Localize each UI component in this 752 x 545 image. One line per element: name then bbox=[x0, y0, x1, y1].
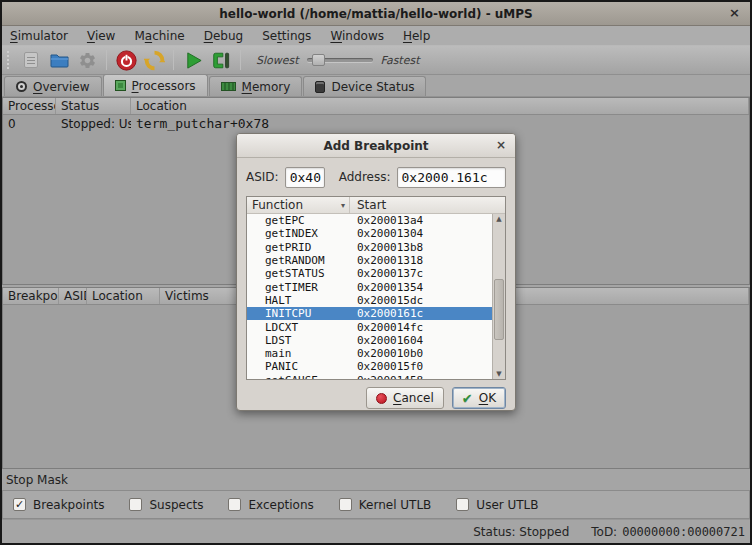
col-location[interactable]: Location bbox=[131, 98, 749, 114]
function-list-row[interactable]: HALT0x200015dc bbox=[247, 294, 492, 307]
function-name: getINDEX bbox=[247, 227, 350, 240]
tab-memory-label: Memory bbox=[242, 80, 291, 94]
tab-device-status[interactable]: Device Status bbox=[303, 76, 426, 96]
power-button[interactable] bbox=[114, 48, 138, 72]
function-list-row[interactable]: getEPC0x200013a4 bbox=[247, 214, 492, 227]
open-config-button[interactable] bbox=[47, 48, 71, 72]
toolbar-separator bbox=[106, 50, 107, 70]
menu-debug[interactable]: Debug bbox=[204, 29, 243, 43]
function-start-address: 0x2000161c bbox=[350, 307, 423, 320]
tab-overview[interactable]: Overview bbox=[4, 76, 102, 96]
checkbox-box bbox=[129, 498, 142, 511]
function-list-row[interactable]: PANIC0x200015f0 bbox=[247, 360, 492, 373]
checkbox-breakpoints[interactable]: ✓Breakpoints bbox=[13, 498, 104, 512]
address-input[interactable]: 0x2000.161c bbox=[397, 167, 507, 188]
cancel-button[interactable]: Cancel bbox=[366, 387, 444, 409]
status-text: Status: Stopped bbox=[473, 525, 569, 539]
menu-simulator[interactable]: Simulator bbox=[10, 29, 68, 43]
function-list-row[interactable]: getRANDOM0x20001318 bbox=[247, 254, 492, 267]
tod-group: ToD: 00000000:00000721 bbox=[591, 525, 745, 539]
fastest-label: Fastest bbox=[381, 54, 420, 67]
tab-processors-label: Processors bbox=[132, 79, 196, 93]
checkbox-user-utlb[interactable]: User UTLB bbox=[456, 498, 538, 512]
window-close-icon[interactable]: × bbox=[729, 5, 740, 20]
col-bp-location[interactable]: Location bbox=[87, 288, 160, 304]
asid-input[interactable]: 0x40 bbox=[285, 167, 325, 188]
scrollbar-track[interactable] bbox=[493, 224, 505, 369]
scrollbar-thumb[interactable] bbox=[494, 279, 504, 340]
function-start-address: 0x200014fc bbox=[350, 321, 423, 334]
function-start-address: 0x20001604 bbox=[350, 334, 423, 347]
tab-device-status-label: Device Status bbox=[331, 80, 414, 94]
checkbox-kernel-utlb[interactable]: Kernel UTLB bbox=[339, 498, 432, 512]
tab-bar: Overview Processors Memory Device Status bbox=[2, 75, 750, 97]
umps-main-window: hello-world (/home/mattia/hello-world) -… bbox=[0, 0, 752, 545]
function-column-header[interactable]: Function ▾ bbox=[247, 197, 350, 213]
function-name: HALT bbox=[247, 294, 350, 307]
function-start-address: 0x200015dc bbox=[350, 294, 423, 307]
reset-button[interactable] bbox=[142, 48, 166, 72]
menu-settings[interactable]: Settings bbox=[262, 29, 311, 43]
step-button[interactable] bbox=[209, 48, 233, 72]
dialog-title-bar[interactable]: Add Breakpoint × bbox=[237, 134, 515, 158]
checkbox-exceptions[interactable]: Exceptions bbox=[228, 498, 313, 512]
slider-handle[interactable] bbox=[312, 54, 325, 66]
cancel-label: Cancel bbox=[393, 391, 434, 405]
col-asid[interactable]: ASID bbox=[59, 288, 87, 304]
function-list-row[interactable]: LDCXT0x200014fc bbox=[247, 320, 492, 333]
ok-label: OK bbox=[479, 391, 496, 405]
function-list-row[interactable]: main0x200010b0 bbox=[247, 347, 492, 360]
menu-windows[interactable]: Windows bbox=[330, 29, 384, 43]
col-status[interactable]: Status bbox=[56, 98, 131, 114]
col-processor[interactable]: Processor bbox=[3, 98, 56, 114]
play-icon bbox=[184, 51, 203, 70]
slowest-label: Slowest bbox=[256, 54, 299, 67]
function-name: getEPC bbox=[247, 214, 350, 227]
tab-memory[interactable]: Memory bbox=[209, 76, 303, 96]
function-list-row[interactable]: getINDEX0x20001304 bbox=[247, 227, 492, 240]
add-breakpoint-dialog: Add Breakpoint × ASID: 0x40 Address: 0x2… bbox=[236, 133, 516, 411]
function-list-row[interactable]: getSTATUS0x2000137c bbox=[247, 267, 492, 280]
function-list-scrollbar[interactable]: ▲ ▼ bbox=[492, 214, 505, 379]
tab-overview-label: Overview bbox=[33, 80, 90, 94]
menu-machine[interactable]: Machine bbox=[134, 29, 184, 43]
checkbox-box bbox=[339, 498, 352, 511]
function-list-row[interactable]: setCAUSE0x20001458 bbox=[247, 374, 492, 379]
function-list-row[interactable]: getPRID0x200013b8 bbox=[247, 241, 492, 254]
scroll-down-icon[interactable]: ▼ bbox=[496, 369, 501, 379]
ok-button[interactable]: ✔ OK bbox=[452, 387, 506, 409]
menu-view[interactable]: View bbox=[87, 29, 115, 43]
function-list-row[interactable]: INITCPU0x2000161c bbox=[247, 307, 492, 320]
checkbox-box: ✓ bbox=[13, 498, 26, 511]
start-column-header[interactable]: Start bbox=[350, 198, 386, 212]
stop-mask-title: Stop Mask bbox=[2, 469, 750, 490]
stop-mask-options: ✓BreakpointsSuspectsExceptionsKernel UTL… bbox=[2, 490, 750, 519]
edit-config-button[interactable] bbox=[75, 48, 99, 72]
function-start-address: 0x200013a4 bbox=[350, 214, 423, 227]
function-list: Function ▾ Start getEPC0x200013a4getINDE… bbox=[246, 196, 506, 380]
ok-check-icon: ✔ bbox=[462, 392, 473, 405]
function-start-address: 0x2000137c bbox=[350, 267, 423, 280]
processor-row[interactable]: 0 Stopped: User term_putchar+0x78 bbox=[3, 115, 749, 132]
title-bar[interactable]: hello-world (/home/mattia/hello-world) -… bbox=[2, 2, 750, 26]
toolbar-drag-handle[interactable] bbox=[6, 50, 11, 70]
reset-icon bbox=[144, 50, 165, 71]
memory-ram-icon bbox=[221, 82, 236, 91]
tod-value: 00000000:00000721 bbox=[622, 525, 745, 539]
continue-button[interactable] bbox=[181, 48, 205, 72]
checkbox-suspects[interactable]: Suspects bbox=[129, 498, 203, 512]
menu-help[interactable]: Help bbox=[403, 29, 430, 43]
dialog-close-icon[interactable]: × bbox=[496, 138, 506, 152]
function-list-row[interactable]: getTIMER0x20001354 bbox=[247, 280, 492, 293]
toolbar: Slowest Fastest bbox=[2, 45, 750, 75]
speed-slider[interactable] bbox=[307, 53, 373, 67]
dialog-title: Add Breakpoint bbox=[323, 139, 428, 153]
new-config-button[interactable] bbox=[19, 48, 43, 72]
function-start-address: 0x200015f0 bbox=[350, 360, 423, 373]
tab-processors[interactable]: Processors bbox=[103, 74, 208, 96]
function-list-row[interactable]: LDST0x20001604 bbox=[247, 334, 492, 347]
function-start-address: 0x20001318 bbox=[350, 254, 423, 267]
scroll-up-icon[interactable]: ▲ bbox=[496, 214, 501, 224]
function-start-address: 0x200010b0 bbox=[350, 347, 423, 360]
col-breakpoint[interactable]: Breakpoint bbox=[3, 288, 59, 304]
